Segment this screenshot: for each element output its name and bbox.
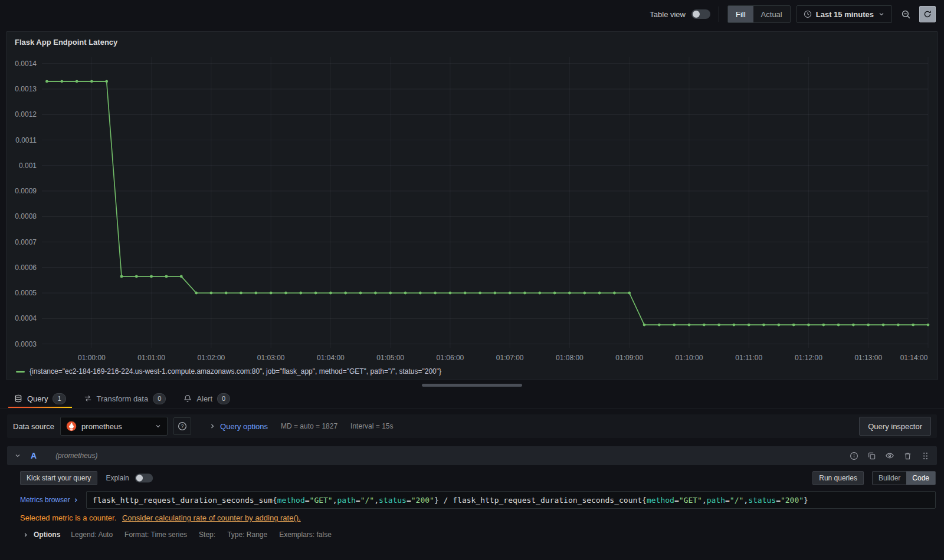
svg-text:01:10:00: 01:10:00 (676, 354, 703, 362)
panel-title: Flask App Endpoint Latency (11, 37, 933, 50)
table-view-toggle[interactable] (691, 9, 710, 19)
tab-query-label: Query (27, 394, 48, 403)
tab-alert-label: Alert (196, 394, 212, 403)
options-label[interactable]: Options (34, 531, 60, 539)
builder-mode-button[interactable]: Builder (873, 472, 906, 485)
explain-label: Explain (106, 474, 129, 482)
code-mode-button[interactable]: Code (906, 472, 935, 485)
fill-mode-button[interactable]: Fill (728, 6, 753, 22)
database-icon (14, 394, 22, 403)
zoom-out-button[interactable] (898, 6, 913, 22)
zoom-out-icon (901, 9, 911, 19)
counter-warning-text: Selected metric is a counter. (20, 513, 116, 522)
query-options-label: Query options (220, 422, 268, 431)
query-row-header[interactable]: A (prometheus) (7, 446, 937, 465)
datasource-help-button[interactable]: ? (173, 417, 191, 435)
svg-text:01:09:00: 01:09:00 (615, 354, 643, 362)
add-rate-hint-link[interactable]: Consider calculating rate of counter by … (122, 513, 301, 522)
transform-icon (84, 394, 92, 403)
duplicate-query-icon[interactable] (867, 452, 876, 460)
query-field-row: Metrics browser flask_http_request_durat… (20, 491, 936, 509)
datasource-picker[interactable]: prometheus (60, 417, 168, 436)
timeseries-panel: Flask App Endpoint Latency 0.00140.00130… (6, 31, 938, 380)
svg-text:01:00:00: 01:00:00 (78, 354, 106, 362)
toolbar-divider (719, 6, 719, 22)
svg-text:01:05:00: 01:05:00 (376, 354, 404, 362)
run-queries-button[interactable]: Run queries (812, 471, 864, 485)
tab-transform-data[interactable]: Transform data 0 (77, 389, 173, 408)
svg-text:01:07:00: 01:07:00 (496, 354, 524, 362)
svg-text:?: ? (181, 423, 184, 429)
option-item: Format: Time series (124, 531, 187, 539)
options-summary: Legend: AutoFormat: Time seriesStep:Type… (71, 531, 332, 539)
info-circle-icon[interactable] (850, 452, 858, 460)
max-data-points-text: MD = auto = 1827 (281, 422, 337, 430)
actual-mode-button[interactable]: Actual (753, 6, 790, 22)
tab-query[interactable]: Query 1 (7, 389, 73, 408)
panel-resize-row (0, 380, 944, 389)
hide-query-eye-icon[interactable] (885, 451, 894, 460)
refresh-button[interactable] (919, 6, 936, 22)
explain-control: Explain (106, 473, 153, 483)
editor-tabs: Query 1 Transform data 0 Alert 0 (0, 389, 944, 409)
latency-chart[interactable]: 0.00140.00130.00120.00110.0010.00090.000… (11, 50, 932, 365)
svg-text:01:06:00: 01:06:00 (437, 354, 464, 362)
query-warning: Selected metric is a counter. Consider c… (20, 513, 936, 522)
svg-text:01:02:00: 01:02:00 (198, 354, 225, 362)
refresh-icon (923, 10, 932, 18)
datasource-bar: Data source prometheus ? Query options M… (7, 414, 937, 438)
transform-count-badge: 0 (153, 393, 166, 404)
option-item: Legend: Auto (71, 531, 113, 539)
kick-start-query-button[interactable]: Kick start your query (20, 471, 97, 485)
svg-text:0.0008: 0.0008 (15, 212, 37, 220)
query-options-row: Options Legend: AutoFormat: Time seriesS… (22, 531, 936, 539)
query-options-toggle[interactable]: Query options (209, 422, 268, 431)
panel-resize-handle[interactable] (422, 384, 522, 387)
explain-toggle[interactable] (135, 473, 153, 482)
chevron-down-icon (878, 11, 885, 18)
time-range-picker[interactable]: Last 15 minutes (796, 5, 892, 23)
prometheus-icon (66, 421, 77, 431)
query-count-badge: 1 (53, 393, 65, 404)
promql-query-input[interactable]: flask_http_request_duration_seconds_sum{… (86, 491, 936, 509)
svg-text:01:08:00: 01:08:00 (556, 354, 584, 362)
chevron-down-icon (155, 423, 162, 430)
svg-text:0.0005: 0.0005 (15, 289, 37, 297)
datasource-name: prometheus (81, 422, 150, 431)
grafana-panel-editor: { "toolbar": { "table_view_label": "Tabl… (0, 0, 944, 560)
svg-text:0.0012: 0.0012 (15, 110, 37, 118)
legend: {instance="ec2-184-169-216-224.us-west-1… (11, 365, 933, 375)
alert-count-badge: 0 (217, 393, 230, 404)
remove-query-trash-icon[interactable] (903, 452, 912, 460)
table-view-label: Table view (650, 10, 686, 19)
svg-text:01:01:00: 01:01:00 (137, 354, 165, 362)
tab-alert[interactable]: Alert 0 (176, 389, 237, 408)
query-inspector-button[interactable]: Query inspector (859, 417, 931, 436)
chevron-right-icon (209, 423, 216, 430)
svg-text:0.0013: 0.0013 (15, 85, 37, 93)
option-item: Exemplars: false (279, 531, 332, 539)
clock-icon (804, 10, 812, 18)
svg-text:0.0007: 0.0007 (15, 238, 37, 246)
metrics-browser-toggle[interactable]: Metrics browser (20, 496, 79, 504)
svg-text:0.0011: 0.0011 (15, 136, 37, 144)
toolbar: Table view Fill Actual Last 15 minutes (0, 0, 944, 28)
option-item: Step: (199, 531, 215, 539)
chevron-right-icon[interactable] (22, 532, 29, 538)
svg-text:0.0004: 0.0004 (15, 314, 37, 322)
option-item: Type: Range (227, 531, 267, 539)
editor-mode-group: Builder Code (872, 471, 936, 485)
drag-handle-icon[interactable] (921, 452, 930, 460)
legend-series-label[interactable]: {instance="ec2-184-169-216-224.us-west-1… (30, 367, 441, 375)
display-mode-group: Fill Actual (727, 5, 791, 23)
svg-text:01:13:00: 01:13:00 (854, 354, 882, 362)
svg-text:0.0006: 0.0006 (15, 263, 37, 272)
metrics-browser-label: Metrics browser (20, 496, 70, 504)
svg-text:0.0014: 0.0014 (15, 60, 37, 68)
query-ref-id[interactable]: A (31, 451, 37, 460)
collapse-chevron-down-icon[interactable] (14, 452, 21, 459)
datasource-label: Data source (13, 422, 54, 431)
svg-text:01:03:00: 01:03:00 (257, 354, 285, 362)
svg-text:0.0009: 0.0009 (15, 187, 37, 195)
svg-text:01:04:00: 01:04:00 (317, 354, 345, 362)
